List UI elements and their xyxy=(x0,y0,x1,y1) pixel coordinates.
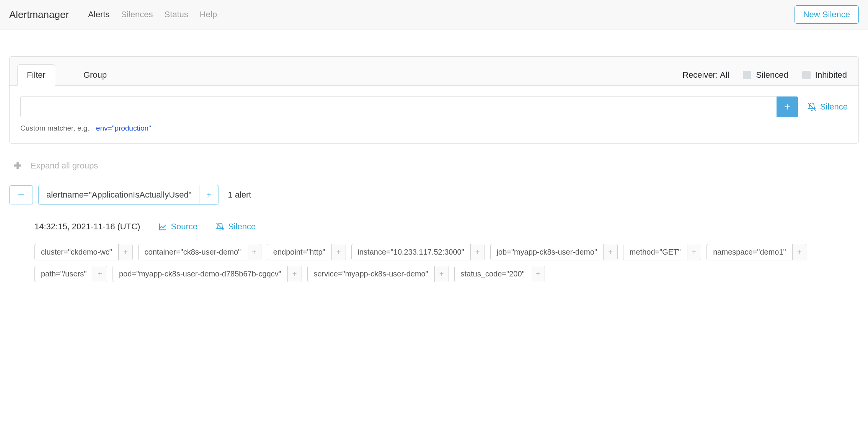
label-pill: pod="myapp-ck8s-user-demo-d785b67b-cgqcv… xyxy=(113,266,302,282)
silence-button[interactable]: Silence xyxy=(807,102,848,112)
label-pill: status_code="200"+ xyxy=(454,266,545,282)
expand-all-label: Expand all groups xyxy=(31,161,98,171)
tab-filter[interactable]: Filter xyxy=(17,64,55,86)
navbar: Alertmanager Alerts Silences Status Help… xyxy=(0,0,868,29)
filter-body: + Silence Custom matcher, e.g. env="prod xyxy=(10,85,858,143)
alert-timestamp: 14:32:15, 2021-11-16 (UTC) xyxy=(34,222,140,232)
silenced-label: Silenced xyxy=(756,70,788,80)
receiver-text: Receiver: All xyxy=(682,70,729,80)
tabs-row: Filter Group Receiver: All Silenced Inhi… xyxy=(10,57,858,85)
label-add-button[interactable]: + xyxy=(687,244,701,260)
filter-card: Filter Group Receiver: All Silenced Inhi… xyxy=(9,56,859,144)
bell-slash-icon xyxy=(807,102,816,111)
label-text: pod="myapp-ck8s-user-demo-d785b67b-cgqcv… xyxy=(113,266,287,282)
group-add-button[interactable]: + xyxy=(199,185,218,204)
label-add-button[interactable]: + xyxy=(470,244,485,260)
collapse-button[interactable]: − xyxy=(9,185,33,204)
tabs-left: Filter Group xyxy=(17,64,116,85)
plus-icon: ✚ xyxy=(14,160,21,171)
silenced-toggle[interactable]: Silenced xyxy=(743,70,788,80)
alert-header: 14:32:15, 2021-11-16 (UTC) Source xyxy=(34,222,859,232)
label-add-button[interactable]: + xyxy=(287,266,302,282)
label-add-button[interactable]: + xyxy=(118,244,132,260)
new-silence-button[interactable]: New Silence xyxy=(795,5,859,24)
filter-input[interactable] xyxy=(20,96,777,117)
filter-input-group: + xyxy=(20,96,798,117)
label-add-button[interactable]: + xyxy=(93,266,107,282)
hint-prefix: Custom matcher, e.g. xyxy=(20,124,90,132)
silence-link[interactable]: Silence xyxy=(216,222,256,232)
label-text: status_code="200" xyxy=(455,266,531,282)
content: Filter Group Receiver: All Silenced Inhi… xyxy=(0,29,868,291)
label-text: endpoint="http" xyxy=(267,244,331,260)
group-label: alertname="ApplicationIsActuallyUsed" xyxy=(39,185,199,204)
nav-link-silences[interactable]: Silences xyxy=(121,10,153,20)
label-pill: container="ck8s-user-demo"+ xyxy=(138,244,261,260)
label-add-button[interactable]: + xyxy=(331,244,346,260)
group-badge: alertname="ApplicationIsActuallyUsed" + xyxy=(38,185,219,205)
label-pill: method="GET"+ xyxy=(623,244,701,260)
checkbox-icon xyxy=(743,71,751,79)
add-filter-button[interactable]: + xyxy=(777,96,798,117)
label-text: path="/users" xyxy=(35,266,93,282)
label-text: instance="10.233.117.52:3000" xyxy=(352,244,470,260)
label-add-button[interactable]: + xyxy=(603,244,617,260)
brand: Alertmanager xyxy=(9,9,69,21)
filter-hint: Custom matcher, e.g. env="production" xyxy=(20,124,848,132)
bell-slash-icon xyxy=(216,222,224,231)
label-pill: cluster="ckdemo-wc"+ xyxy=(34,244,133,260)
label-text: job="myapp-ck8s-user-demo" xyxy=(491,244,604,260)
group-row: − alertname="ApplicationIsActuallyUsed" … xyxy=(9,185,859,205)
label-pill: endpoint="http"+ xyxy=(267,244,346,260)
hint-code: env="production" xyxy=(96,124,151,132)
inhibited-label: Inhibited xyxy=(815,70,847,80)
source-label: Source xyxy=(171,222,197,232)
expand-all-button[interactable]: ✚ Expand all groups xyxy=(14,160,859,171)
nav-left: Alertmanager Alerts Silences Status Help xyxy=(9,9,217,21)
label-text: method="GET" xyxy=(623,244,687,260)
silence-label: Silence xyxy=(820,102,848,112)
silence-link-label: Silence xyxy=(228,222,256,232)
label-pill: namespace="demo1"+ xyxy=(706,244,806,260)
tab-group[interactable]: Group xyxy=(74,65,116,85)
inhibited-toggle[interactable]: Inhibited xyxy=(802,70,847,80)
tabs-right: Receiver: All Silenced Inhibited xyxy=(682,70,851,80)
label-text: namespace="demo1" xyxy=(707,244,792,260)
label-pill: service="myapp-ck8s-user-demo"+ xyxy=(307,266,449,282)
label-text: service="myapp-ck8s-user-demo" xyxy=(308,266,434,282)
label-pill: path="/users"+ xyxy=(34,266,107,282)
alert-block: 14:32:15, 2021-11-16 (UTC) Source xyxy=(34,222,859,282)
filter-input-row: + Silence xyxy=(20,96,848,117)
label-pill: job="myapp-ck8s-user-demo"+ xyxy=(490,244,618,260)
label-text: cluster="ckdemo-wc" xyxy=(35,244,118,260)
label-add-button[interactable]: + xyxy=(247,244,261,260)
source-link[interactable]: Source xyxy=(158,222,197,232)
label-add-button[interactable]: + xyxy=(531,266,545,282)
label-add-button[interactable]: + xyxy=(792,244,806,260)
checkbox-icon xyxy=(802,71,811,79)
chart-icon xyxy=(158,222,167,231)
label-text: container="ck8s-user-demo" xyxy=(139,244,247,260)
labels: cluster="ckdemo-wc"+container="ck8s-user… xyxy=(34,244,859,282)
nav-link-status[interactable]: Status xyxy=(164,10,188,20)
nav-link-help[interactable]: Help xyxy=(200,10,217,20)
label-pill: instance="10.233.117.52:3000"+ xyxy=(351,244,485,260)
alert-count: 1 alert xyxy=(228,190,251,200)
label-add-button[interactable]: + xyxy=(434,266,449,282)
nav-link-alerts[interactable]: Alerts xyxy=(88,10,109,20)
